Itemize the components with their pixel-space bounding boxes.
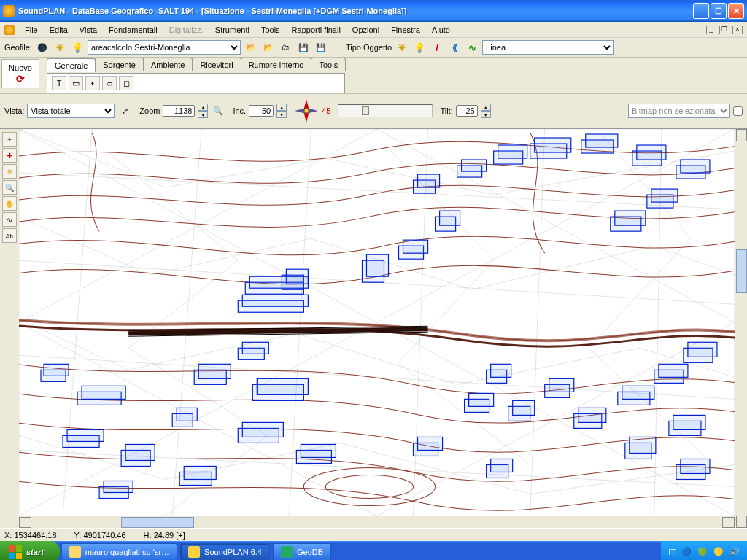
tab-sorgente[interactable]: Sorgente xyxy=(95,58,144,71)
tilt-input[interactable] xyxy=(456,105,478,117)
tilt-up[interactable]: ▲ xyxy=(481,104,491,111)
bitmap-select[interactable]: Bitmap non selezionata xyxy=(628,104,730,118)
tab-rumore-interno[interactable]: Rumore interno xyxy=(241,58,312,71)
svg-rect-52 xyxy=(637,145,666,160)
open-icon[interactable]: 📂 xyxy=(244,40,258,55)
compass-icon[interactable] xyxy=(294,98,319,123)
mdi-close-button[interactable]: × xyxy=(732,26,743,34)
poly-tool-icon[interactable]: ▱ xyxy=(102,76,117,90)
status-y-value: 4901740.46 xyxy=(83,531,125,540)
menu-opzioni[interactable]: Opzioni xyxy=(347,24,385,36)
vscroll-thumb[interactable] xyxy=(736,249,747,293)
rect-tool-icon[interactable]: ◻ xyxy=(119,76,133,90)
svg-rect-20 xyxy=(257,378,308,394)
svg-rect-62 xyxy=(469,393,494,406)
tool-sun-icon[interactable]: ☀ xyxy=(2,164,17,179)
tray-icon-4[interactable]: 🔊 xyxy=(729,547,740,557)
svg-rect-50 xyxy=(586,134,618,147)
start-label: start xyxy=(26,548,44,556)
menu-edita[interactable]: Edita xyxy=(44,24,74,36)
window-minimize-button[interactable]: _ xyxy=(693,3,709,19)
geofile-icon[interactable]: 🌑 xyxy=(35,40,50,55)
status-y-label: Y: xyxy=(74,531,82,540)
save-icon[interactable]: 💾 xyxy=(296,40,311,55)
menu-finestra[interactable]: Finestra xyxy=(385,24,426,36)
zoom-tool-icon[interactable]: 🔍 xyxy=(211,104,225,118)
zoom-down[interactable]: ▼ xyxy=(198,111,208,118)
blue-double-icon[interactable]: ⟪ xyxy=(447,40,462,55)
menu-tools[interactable]: Tools xyxy=(255,24,286,36)
nuovo-button[interactable]: Nuovo ⟳ xyxy=(1,59,39,88)
svg-rect-64 xyxy=(513,400,535,415)
menu-strumenti[interactable]: Strumenti xyxy=(209,24,255,36)
tray-icon-1[interactable]: 🔵 xyxy=(681,547,692,557)
bulb-icon[interactable]: 💡 xyxy=(70,40,85,55)
geofile-select[interactable]: areacalcolo Sestri-Moneglia xyxy=(88,40,241,55)
tipo-oggetto-select[interactable]: Linea xyxy=(482,40,614,55)
inc-up[interactable]: ▲ xyxy=(276,104,287,111)
vertical-scrollbar[interactable] xyxy=(735,129,747,528)
vista-select[interactable]: Vista totale xyxy=(27,104,115,118)
task-item-geodb[interactable]: GeoDB xyxy=(273,543,331,560)
tab-ricevitori[interactable]: Ricevitori xyxy=(192,58,241,71)
compass-angle: 45 xyxy=(322,106,330,115)
tab-generale[interactable]: Generale xyxy=(47,58,96,72)
sun-icon[interactable]: ☀ xyxy=(53,40,67,55)
workarea: ＋ ✚ ☀ 🔍 ✋ ∿ Δh xyxy=(0,128,747,528)
tray-icon-2[interactable]: 🟢 xyxy=(697,547,708,557)
menu-vista[interactable]: Vista xyxy=(74,24,103,36)
tray-lang[interactable]: IT xyxy=(668,548,676,556)
save-all-icon[interactable]: 💾 xyxy=(314,40,328,55)
geofile-label: Geofile: xyxy=(4,43,32,52)
tab-tools[interactable]: Tools xyxy=(311,58,346,71)
tool-hand-icon[interactable]: ✋ xyxy=(2,196,17,211)
menu-rapporti[interactable]: Rapporti finali xyxy=(286,24,347,36)
stack-icon[interactable]: 🗂 xyxy=(279,40,293,55)
zoom-input[interactable] xyxy=(163,105,195,117)
task-item-explorer[interactable]: mauro.quagliati su 'sr… xyxy=(61,543,177,560)
horizontal-scrollbar[interactable] xyxy=(19,516,735,528)
tray-icon-3[interactable]: 🟡 xyxy=(713,547,724,557)
zoom-up[interactable]: ▲ xyxy=(198,104,208,111)
soundplan-icon xyxy=(188,546,200,558)
hscroll-left-button[interactable] xyxy=(19,517,31,528)
map-canvas[interactable] xyxy=(19,129,735,516)
line-tool-icon[interactable]: ▭ xyxy=(69,76,83,90)
vista-fit-icon[interactable]: ⤢ xyxy=(117,104,132,118)
mdi-restore-button[interactable]: ❐ xyxy=(719,26,729,34)
mdi-minimize-button[interactable]: _ xyxy=(706,26,716,34)
view-slider[interactable] xyxy=(338,104,433,117)
red-slash-icon[interactable]: / xyxy=(430,40,444,55)
task-item-soundplan[interactable]: SoundPLAN 6.4 xyxy=(180,543,270,560)
svg-rect-24 xyxy=(301,444,336,457)
start-button[interactable]: start xyxy=(0,541,60,560)
menu-fondamentali[interactable]: Fondamentali xyxy=(103,24,163,36)
vscroll-up-button[interactable] xyxy=(736,129,747,141)
svg-rect-28 xyxy=(104,481,133,492)
text-tool-icon[interactable]: T xyxy=(52,76,66,90)
window-maximize-button[interactable]: ☐ xyxy=(711,3,727,19)
hscroll-right-button[interactable] xyxy=(722,517,735,528)
open2-icon[interactable]: 📂 xyxy=(261,40,276,55)
tool-q-icon[interactable]: 🔍 xyxy=(2,180,17,195)
tool-plus-icon[interactable]: ＋ xyxy=(2,132,17,147)
menu-aiuto[interactable]: Aiuto xyxy=(426,24,456,36)
tool-plus-red-icon[interactable]: ✚ xyxy=(2,148,17,163)
menu-file[interactable]: File xyxy=(19,24,44,36)
bitmap-checkbox[interactable] xyxy=(733,106,743,116)
tool-dh-icon[interactable]: Δh xyxy=(2,228,17,243)
windows-logo-icon xyxy=(9,545,22,559)
inc-down[interactable]: ▼ xyxy=(276,111,287,118)
window-close-button[interactable]: ✕ xyxy=(728,3,744,19)
tilt-down[interactable]: ▼ xyxy=(481,111,491,118)
system-tray[interactable]: IT 🔵 🟢 🟡 🔊 xyxy=(661,541,747,560)
tab-ambiente[interactable]: Ambiente xyxy=(143,58,193,71)
bulb2-icon[interactable]: 💡 xyxy=(412,40,427,55)
green-wave-icon[interactable]: ∿ xyxy=(465,40,479,55)
inc-input[interactable] xyxy=(249,105,274,117)
tool-curve-icon[interactable]: ∿ xyxy=(2,212,17,227)
vscroll-down-button[interactable] xyxy=(736,516,747,528)
hscroll-thumb[interactable] xyxy=(121,517,194,528)
sun2-icon[interactable]: ☀ xyxy=(395,40,409,55)
dot-tool-icon[interactable]: • xyxy=(85,76,100,90)
